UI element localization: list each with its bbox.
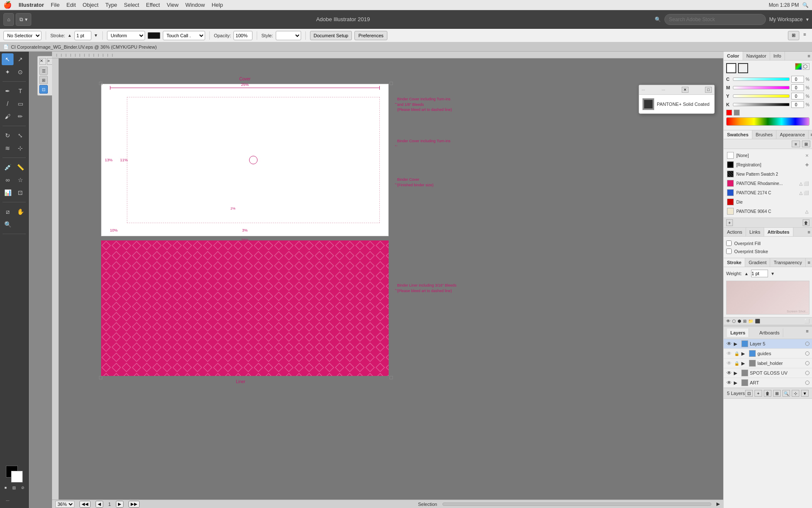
art-expand-icon[interactable]: ▶ xyxy=(734,380,740,386)
overprint-fill-checkbox[interactable] xyxy=(726,240,732,246)
type-tool[interactable]: T xyxy=(14,85,26,97)
prev-btn[interactable]: ◀ xyxy=(96,501,103,508)
pantone-panel-drag-handle[interactable]: ··· ··· ✕ □ xyxy=(639,85,714,95)
tab-transparency[interactable]: Transparency xyxy=(770,258,806,267)
tab-stroke[interactable]: Stroke xyxy=(724,258,745,267)
swatch-pantone-2174[interactable]: PANTONE 2174 C △⬜ xyxy=(725,188,810,197)
swatch-list-view-btn[interactable]: ≡ xyxy=(792,141,800,147)
layer5-target[interactable] xyxy=(805,342,809,346)
color-mode-btn[interactable]: ■ xyxy=(2,484,9,491)
weight-arrow-up[interactable]: ▲ xyxy=(744,271,749,276)
move-to-layer-btn[interactable]: ▼ xyxy=(801,390,809,397)
weight-input[interactable] xyxy=(751,270,768,277)
next-btn[interactable]: ▶ xyxy=(116,501,123,508)
rect-tool[interactable]: ▭ xyxy=(14,98,26,110)
paintbrush-tool[interactable]: 🖌 xyxy=(2,110,14,122)
document-setup-button[interactable]: Document Setup xyxy=(310,31,352,40)
prev-page-btn[interactable]: ◀◀ xyxy=(80,501,91,508)
new-layer-btn[interactable]: + xyxy=(754,390,762,397)
mini-tool-2[interactable]: ⊞ xyxy=(39,76,48,84)
make-clipping-btn[interactable]: ⊡ xyxy=(745,390,753,397)
bar-chart-tool[interactable]: 📊 xyxy=(2,187,14,199)
preferences-button[interactable]: Preferences xyxy=(354,31,387,40)
tab-navigator[interactable]: Navigator xyxy=(743,52,770,60)
blend-tool[interactable]: ∞ xyxy=(2,174,14,186)
layer-row-guides[interactable]: 👁 🔒 ▶ guides xyxy=(724,349,812,359)
hand-tool[interactable]: ✋ xyxy=(14,206,26,218)
tab-links[interactable]: Links xyxy=(746,228,764,236)
layer-row-spot-gloss[interactable]: 👁 ▶ SPOT GLOSS UV xyxy=(724,368,812,378)
delete-layer-btn[interactable]: 🗑 xyxy=(764,390,771,397)
mini-panel-close[interactable]: ✕ xyxy=(39,58,46,65)
none-mode-btn[interactable]: ⊘ xyxy=(19,484,27,491)
stroke-value-input[interactable] xyxy=(74,31,91,40)
menu-help[interactable]: Help xyxy=(211,2,223,8)
menu-window[interactable]: Window xyxy=(185,2,205,8)
actions-panel-menu[interactable]: ≡ xyxy=(806,228,812,236)
lasso-tool[interactable]: ⊙ xyxy=(14,66,26,78)
tab-color[interactable]: Color xyxy=(724,52,743,60)
stroke-style-dropdown[interactable]: Uniform xyxy=(107,31,145,40)
web-safe-icon[interactable] xyxy=(734,110,740,116)
warp-tool[interactable]: ≋ xyxy=(2,142,14,154)
measure-tool[interactable]: 📏 xyxy=(14,161,26,173)
tab-brushes[interactable]: Brushes xyxy=(752,130,776,139)
scroll-right-icon[interactable]: ▶ xyxy=(716,501,720,507)
tab-info[interactable]: Info xyxy=(770,52,785,60)
menu-select[interactable]: Select xyxy=(124,2,139,8)
touch-call-dropdown[interactable]: Touch Call . xyxy=(163,31,205,40)
k-value-input[interactable] xyxy=(791,101,804,108)
layers-panel-menu[interactable]: ≡ xyxy=(806,329,809,337)
c-value-input[interactable] xyxy=(791,76,804,83)
pantone-panel-expand-btn[interactable]: □ xyxy=(705,87,712,93)
apple-menu[interactable]: 🍎 xyxy=(3,1,12,9)
swatch-grid-view-btn[interactable]: ⊞ xyxy=(802,141,810,147)
swatch-new-btn[interactable]: + xyxy=(726,219,733,226)
stroke-arrow-up[interactable]: ▲ xyxy=(68,33,72,38)
labelholder-visibility-icon[interactable]: 👁 xyxy=(726,360,732,366)
selection-dropdown[interactable]: No Selection xyxy=(3,31,41,40)
swatch-pantone-rhodamine[interactable]: PANTONE Rhodamine... △⬜ xyxy=(725,179,810,188)
layers-option-btn[interactable]: ⊞ xyxy=(773,390,781,397)
eyedropper-tool[interactable]: 💉 xyxy=(2,161,14,173)
stroke-color-swatch[interactable] xyxy=(148,32,160,39)
scroll-bar[interactable] xyxy=(442,502,711,506)
canvas-content[interactable]: Cover 25% 13% 11% 10% 3% xyxy=(59,58,723,500)
search-icon[interactable]: 🔍 xyxy=(802,2,809,8)
mini-tool-1[interactable]: ☰ xyxy=(39,66,48,75)
weight-arrow-down[interactable]: ▼ xyxy=(771,271,775,276)
labelholder-lock-icon[interactable]: 🔒 xyxy=(734,360,740,366)
arrange-button[interactable]: ⧉ ▾ xyxy=(16,13,31,26)
workspace-chevron[interactable]: ▾ xyxy=(806,17,809,22)
layers-icon-3[interactable]: ⬢ xyxy=(738,319,741,323)
color-panel-menu[interactable]: ≡ xyxy=(806,52,812,60)
y-value-input[interactable] xyxy=(791,93,804,99)
pantone-floating-panel[interactable]: ··· ··· ✕ □ PANTONE+ Solid Coated xyxy=(639,85,715,114)
layer5-visibility-icon[interactable]: 👁 xyxy=(726,341,732,347)
menu-effect[interactable]: Effect xyxy=(146,2,160,8)
layer-row-layer5[interactable]: 👁 ▶ Layer 5 xyxy=(724,339,812,349)
swatch-die[interactable]: Die xyxy=(725,197,810,207)
arrange-view-button[interactable]: ⊞ xyxy=(788,31,799,40)
mini-tool-3[interactable]: ⊡ xyxy=(39,85,48,94)
tab-artboards[interactable]: Artboards xyxy=(756,329,783,337)
layer-row-art[interactable]: 👁 ▶ ART xyxy=(724,378,812,388)
gradient-mode-btn[interactable]: ▨ xyxy=(10,484,18,491)
canvas-area[interactable]: ✕ » ☰ ⊞ ⊡ | | | | | | | | | | | | | xyxy=(29,52,723,508)
magic-wand-tool[interactable]: ✦ xyxy=(2,66,14,78)
doc-tab-filename[interactable]: CI CorporateImage_WG_Binder.UV.eps @ 36%… xyxy=(8,44,159,50)
layers-icon-1[interactable]: 👁 xyxy=(726,319,730,323)
layer-row-label-holder[interactable]: 👁 🔒 ▶ label_holder xyxy=(724,359,812,368)
art-visibility-icon[interactable]: 👁 xyxy=(726,380,732,386)
layers-icon-4[interactable]: ⊞ xyxy=(743,319,746,323)
pencil-tool[interactable]: ✏ xyxy=(14,110,26,122)
artboard-tool[interactable]: ⊡ xyxy=(14,187,26,199)
fill-swatch[interactable] xyxy=(726,63,736,73)
guides-target[interactable] xyxy=(805,351,809,356)
tab-gradient[interactable]: Gradient xyxy=(745,258,770,267)
layer5-expand-icon[interactable]: ▶ xyxy=(734,341,740,347)
pantone-panel-close-btn[interactable]: ✕ xyxy=(682,87,689,93)
labelholder-target[interactable] xyxy=(805,361,809,365)
more-tools-btn[interactable]: ··· xyxy=(2,494,14,506)
tab-swatches[interactable]: Swatches xyxy=(724,130,752,139)
